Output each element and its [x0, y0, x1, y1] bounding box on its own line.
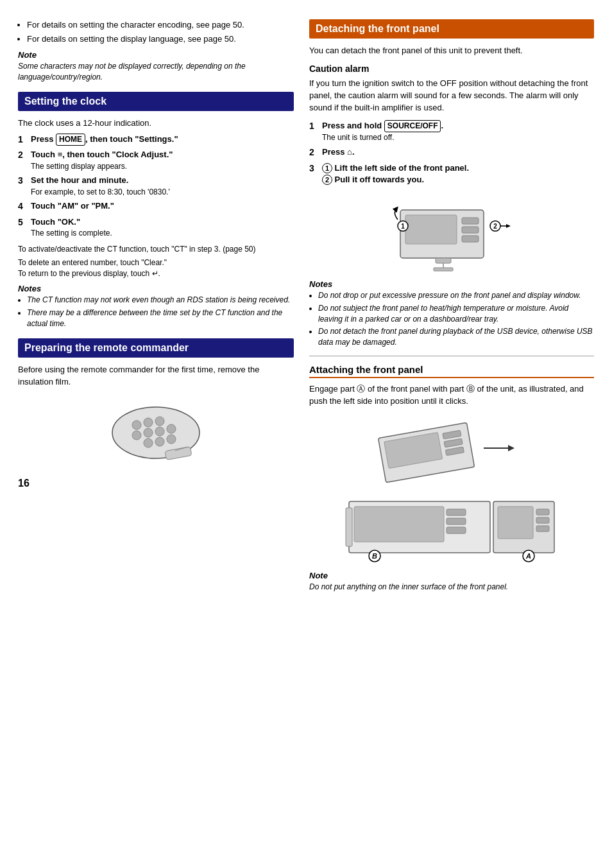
preparing-remote-header: Preparing the remote commander — [18, 338, 294, 358]
attaching-header: Attaching the front panel — [309, 364, 594, 378]
step-num: 5 — [18, 216, 27, 229]
svg-text:2: 2 — [493, 223, 497, 230]
detaching-intro: You can detach the front panel of this u… — [309, 45, 594, 57]
step-sub: The setting is complete. — [31, 228, 112, 239]
detaching-steps: 1 Press and hold SOURCE/OFF. The unit is… — [309, 120, 594, 186]
step-content: Set the hour and minute. For example, to… — [31, 175, 170, 197]
svg-text:A: A — [525, 552, 531, 560]
svg-rect-35 — [446, 518, 466, 525]
svg-point-4 — [132, 431, 141, 440]
note-label: Note — [18, 50, 294, 60]
svg-rect-16 — [462, 227, 479, 233]
step-sub: For example, to set to 8:30, touch '0830… — [31, 187, 170, 198]
detach-step-2: 2 Press ⌂. — [309, 146, 594, 159]
svg-rect-18 — [436, 258, 451, 263]
detaching-section: Detaching the front panel You can detach… — [309, 19, 594, 348]
detach-step-3: 3 1 Lift the left side of the front pane… — [309, 162, 594, 186]
caution-alarm-subsection: Caution alarm If you turn the ignition s… — [309, 64, 594, 114]
page-number: 16 — [18, 478, 294, 489]
svg-rect-17 — [462, 236, 479, 242]
page: For details on setting the character enc… — [0, 0, 612, 868]
bullet-item: For details on setting the display langu… — [27, 33, 294, 45]
svg-point-2 — [144, 418, 153, 427]
bullet-item: For details on setting the character enc… — [27, 19, 294, 31]
preparing-remote-section: Preparing the remote commander Before us… — [18, 338, 294, 465]
clock-step-2: 2 Touch ≡, then touch "Clock Adjust." Th… — [18, 149, 294, 171]
step-content: Touch ≡, then touch "Clock Adjust." The … — [31, 149, 173, 171]
svg-point-7 — [167, 424, 176, 433]
remote-commander-image — [18, 394, 294, 465]
svg-text:1: 1 — [401, 223, 405, 230]
step-content: Touch "OK." The setting is complete. — [31, 216, 112, 239]
delete-note: To delete an entered number, touch "Clea… — [18, 257, 294, 279]
step-sub: The setting display appears. — [31, 161, 173, 172]
kbd-source-off: SOURCE/OFF — [384, 120, 441, 132]
clock-step-4: 4 Touch "AM" or "PM." — [18, 200, 294, 213]
step-content: Touch "AM" or "PM." — [31, 200, 114, 212]
setting-clock-header: Setting the clock — [18, 92, 294, 111]
attach-diagram-top — [309, 413, 594, 483]
attach-bottom-svg: B A — [343, 489, 561, 566]
svg-point-10 — [155, 437, 164, 446]
ct-function-note: To activate/deactivate the CT function, … — [18, 244, 294, 255]
attach-top-svg — [343, 413, 561, 483]
circle-1: 1 — [322, 163, 332, 173]
left-column: For details on setting the character enc… — [18, 19, 294, 849]
divider — [309, 356, 594, 356]
intro-note: Note Some characters may not be displaye… — [18, 50, 294, 83]
svg-point-5 — [144, 428, 153, 437]
svg-point-8 — [167, 435, 176, 444]
detach-svg: 1 2 — [387, 191, 516, 274]
svg-point-9 — [144, 438, 153, 447]
svg-rect-44 — [536, 526, 549, 532]
step-content: Press ⌂. — [322, 146, 355, 158]
step-sub: The unit is turned off. — [322, 132, 443, 143]
svg-point-6 — [155, 427, 164, 436]
caution-alarm-text: If you turn the ignition switch to the O… — [309, 78, 594, 114]
svg-rect-43 — [536, 517, 549, 523]
svg-marker-25 — [506, 224, 511, 228]
clock-note-item: There may be a difference between the ti… — [27, 308, 294, 329]
attaching-text: Engage part Ⓐ of the front panel with pa… — [309, 383, 594, 408]
intro-bullets: For details on setting the character enc… — [27, 19, 294, 45]
clock-step-1: 1 Press HOME, then touch "Settings." — [18, 134, 294, 146]
svg-rect-15 — [462, 218, 479, 224]
svg-rect-34 — [446, 509, 466, 516]
detach-step-1: 1 Press and hold SOURCE/OFF. The unit is… — [309, 120, 594, 143]
step-num: 3 — [18, 175, 27, 187]
clock-step-5: 5 Touch "OK." The setting is complete. — [18, 216, 294, 239]
circle-2: 2 — [322, 175, 332, 185]
svg-rect-20 — [434, 268, 453, 271]
note-text: Some characters may not be displayed cor… — [18, 61, 294, 83]
clock-note-item: The CT function may not work even though… — [27, 295, 294, 306]
step-content: Press HOME, then touch "Settings." — [31, 134, 178, 146]
detach-notes-label: Notes — [309, 279, 594, 289]
caution-alarm-header: Caution alarm — [309, 64, 594, 74]
clock-notes: The CT function may not work even though… — [27, 295, 294, 329]
clock-step-3: 3 Set the hour and minute. For example, … — [18, 175, 294, 197]
svg-point-1 — [132, 421, 141, 430]
detach-notes: Do not drop or put excessive pressure on… — [318, 290, 594, 348]
step-num: 2 — [18, 149, 27, 162]
step-content: 1 Lift the left side of the front panel.… — [322, 162, 469, 186]
svg-rect-37 — [346, 508, 352, 546]
step-num: 1 — [309, 120, 318, 133]
attach-note-label: Note — [309, 571, 594, 580]
clock-steps: 1 Press HOME, then touch "Settings." 2 T… — [18, 134, 294, 239]
attach-diagram-bottom: B A — [309, 489, 594, 566]
svg-rect-36 — [446, 527, 466, 534]
step-num: 1 — [18, 134, 27, 146]
setting-clock-section: Setting the clock The clock uses a 12-ho… — [18, 92, 294, 329]
detach-diagram: 1 2 — [309, 191, 594, 274]
svg-rect-41 — [498, 507, 533, 539]
svg-marker-31 — [508, 445, 514, 451]
kbd-home: HOME — [56, 134, 85, 146]
attaching-section: Attaching the front panel Engage part Ⓐ … — [309, 364, 594, 592]
detaching-header: Detaching the front panel — [309, 19, 594, 39]
step-num: 3 — [309, 162, 318, 175]
attach-note-text: Do not put anything on the inner surface… — [309, 582, 594, 593]
svg-text:B: B — [372, 552, 377, 560]
svg-point-3 — [155, 417, 164, 426]
detach-note-item: Do not drop or put excessive pressure on… — [318, 290, 594, 301]
svg-rect-14 — [405, 215, 457, 244]
